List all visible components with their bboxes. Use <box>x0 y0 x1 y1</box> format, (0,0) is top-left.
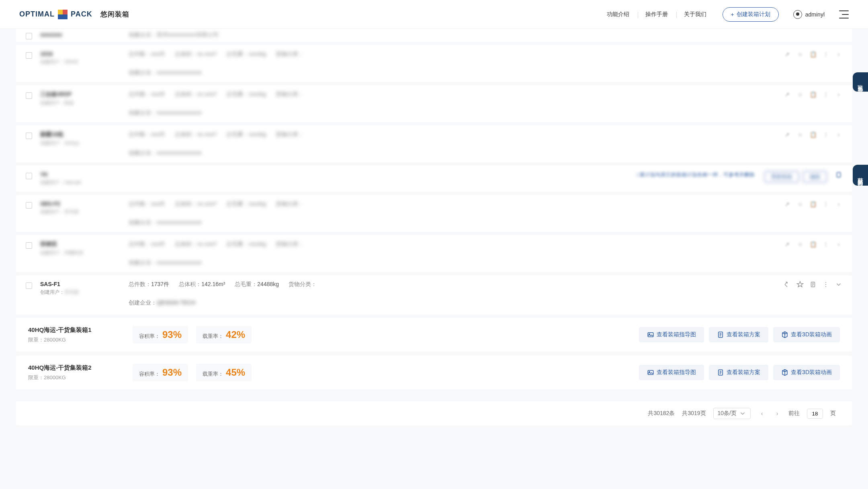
row-actions <box>784 281 842 288</box>
nav-features[interactable]: 功能介绍 <box>605 11 631 18</box>
row-creator: 创建用户：齐诗源 <box>40 289 121 296</box>
create-plan-label: 创建装箱计划 <box>737 11 770 18</box>
table-row: SBS-F2 创建用户：齐诗源 总件数：xxx件总体积：xx.xxm³总毛重：x… <box>16 195 852 232</box>
table-row: 1016 创建用户：GDHS 总件数：xxx件总体积：xx.xxm³总毛重：xx… <box>16 45 852 82</box>
logo-text-2: PACK <box>71 10 92 18</box>
row-checkbox[interactable] <box>26 202 32 209</box>
more-icon[interactable]: ⋮ <box>822 51 829 58</box>
logo-text-1: OPTIMAL <box>19 10 55 18</box>
clipboard-icon[interactable]: 📋 <box>809 91 817 98</box>
row-creator: 创建用户：Xinhya <box>40 140 121 147</box>
share-icon[interactable]: ↗ <box>784 91 791 98</box>
row-creator: 创建用户：齐诗源 <box>40 209 121 215</box>
create-plan-button[interactable]: + 创建装箱计划 <box>723 7 779 22</box>
main-content: xxxxxxx 创建企业：苏州xxxxxxxxxx有限公司 1016 创建用户：… <box>0 29 868 401</box>
view-plan-button[interactable]: 查看装箱方案 <box>709 327 768 342</box>
more-icon[interactable]: ⋮ <box>822 91 829 98</box>
row-creator: 创建用户：陈某 <box>40 100 121 106</box>
clipboard-icon[interactable]: 📋 <box>809 51 817 58</box>
per-page-select[interactable]: 10条/页 <box>713 408 751 419</box>
container-limit: 限重：28000KG <box>28 374 133 381</box>
avatar-icon <box>793 10 802 19</box>
load-metric: 载重率：42% <box>196 326 252 344</box>
view-guide-button[interactable]: 查看装箱指导图 <box>639 327 704 342</box>
row-checkbox[interactable] <box>26 33 32 39</box>
row-title: SAS-F1 <box>40 281 121 287</box>
table-row: xxxxxxx 创建企业：苏州xxxxxxxxxx有限公司 <box>16 29 852 42</box>
table-row-expanded: SAS-F1 创建用户：齐诗源 总件数：1737件 总体积：142.16m³ 总… <box>16 275 852 315</box>
row-stats: 总件数：1737件 总体积：142.16m³ 总毛重：24488kg 货物分类：… <box>129 281 776 307</box>
list-icon <box>717 331 724 338</box>
chevron-right-icon[interactable]: › <box>835 91 842 98</box>
row-checkbox[interactable] <box>26 92 32 99</box>
more-icon[interactable] <box>822 281 829 288</box>
hamburger-icon[interactable] <box>839 10 849 18</box>
clipboard-icon[interactable]: 📋 <box>809 131 817 138</box>
list-icon <box>717 369 724 376</box>
clipboard-icon[interactable] <box>809 281 817 288</box>
share-icon[interactable]: ↗ <box>784 201 791 208</box>
row-checkbox[interactable] <box>26 52 32 59</box>
image-icon <box>647 331 654 338</box>
svg-point-4 <box>825 286 826 287</box>
more-icon[interactable]: ⋮ <box>822 241 829 248</box>
share-icon[interactable]: ↗ <box>784 51 791 58</box>
clipboard-icon[interactable]: 📋 <box>809 241 817 248</box>
clipboard-icon[interactable]: 📋 <box>809 201 817 208</box>
chevron-right-icon[interactable]: › <box>835 241 842 248</box>
row-checkbox[interactable] <box>26 282 32 289</box>
top-nav: 功能介绍 操作手册 关于我们 + 创建装箱计划 adminyl <box>605 7 849 22</box>
clipboard-icon[interactable] <box>835 171 842 178</box>
chevron-down-icon <box>739 410 746 417</box>
more-icon[interactable]: ⋮ <box>822 131 829 138</box>
prev-page[interactable]: ‹ <box>758 410 766 417</box>
row-title: 菲律宾 <box>40 241 121 248</box>
view-guide-button[interactable]: 查看装箱指导图 <box>639 365 704 380</box>
nav-about[interactable]: 关于我们 <box>682 11 708 18</box>
chevron-right-icon[interactable]: › <box>835 131 842 138</box>
username: adminyl <box>805 11 825 18</box>
header: OPTIMAL PACK 悠闲装箱 功能介绍 操作手册 关于我们 + 创建装箱计… <box>0 0 868 29</box>
row-checkbox[interactable] <box>26 133 32 139</box>
side-tab-boxes[interactable]: 获取装箱箱数 <box>853 165 868 186</box>
star-icon[interactable]: ☆ <box>796 241 804 248</box>
view-3d-button[interactable]: 查看3D装箱动画 <box>773 327 840 342</box>
share-icon[interactable] <box>784 281 791 288</box>
pagination: 共30182条 共3019页 10条/页 ‹ › 前往 页 <box>16 401 852 426</box>
plus-icon: + <box>731 11 734 18</box>
next-page[interactable]: › <box>773 410 781 417</box>
chevron-right-icon[interactable]: › <box>835 201 842 208</box>
star-icon[interactable]: ☆ <box>796 201 804 208</box>
star-icon[interactable]: ☆ <box>796 131 804 138</box>
star-icon[interactable]: ☆ <box>796 51 804 58</box>
row-checkbox[interactable] <box>26 173 32 179</box>
view-3d-button[interactable]: 查看3D装箱动画 <box>773 365 840 380</box>
cube-icon <box>781 331 788 338</box>
logo-subtitle: 悠闲装箱 <box>100 10 129 19</box>
share-icon[interactable]: ↗ <box>784 241 791 248</box>
share-icon[interactable]: ↗ <box>784 131 791 138</box>
view-plan-button[interactable]: 查看装箱方案 <box>709 365 768 380</box>
row-title: 新疆18批 <box>40 131 121 138</box>
goto-label: 前往 <box>788 410 800 417</box>
row-creator: 创建用户：华耀科技 <box>40 250 121 256</box>
star-icon[interactable] <box>796 281 804 288</box>
logo[interactable]: OPTIMAL PACK 悠闲装箱 <box>19 10 129 19</box>
page-input[interactable] <box>807 409 823 419</box>
row-checkbox[interactable] <box>26 242 32 249</box>
capacity-metric: 容积率：93% <box>133 326 188 344</box>
user-menu[interactable]: adminyl <box>793 10 825 19</box>
svg-rect-8 <box>648 370 653 375</box>
cube-icon <box>781 369 788 376</box>
chevron-down-icon[interactable] <box>835 281 842 288</box>
nav-manual[interactable]: 操作手册 <box>644 11 669 18</box>
row-title: 1016 <box>40 51 121 57</box>
more-icon[interactable]: ⋮ <box>822 201 829 208</box>
star-icon[interactable]: ☆ <box>796 91 804 98</box>
table-row: YK 创建用户：Hannah □某计划与其它的装箱计划名称一样，可参考并删除重新… <box>16 166 852 192</box>
side-tab-contact[interactable]: 联系客服 <box>853 72 868 92</box>
table-row: 新疆18批 创建用户：Xinhya 总件数：xxx件总体积：xx.xxm³总毛重… <box>16 125 852 162</box>
row-title: YK <box>40 171 121 178</box>
chevron-right-icon[interactable]: › <box>835 51 842 58</box>
load-metric: 载重率：45% <box>196 364 252 381</box>
